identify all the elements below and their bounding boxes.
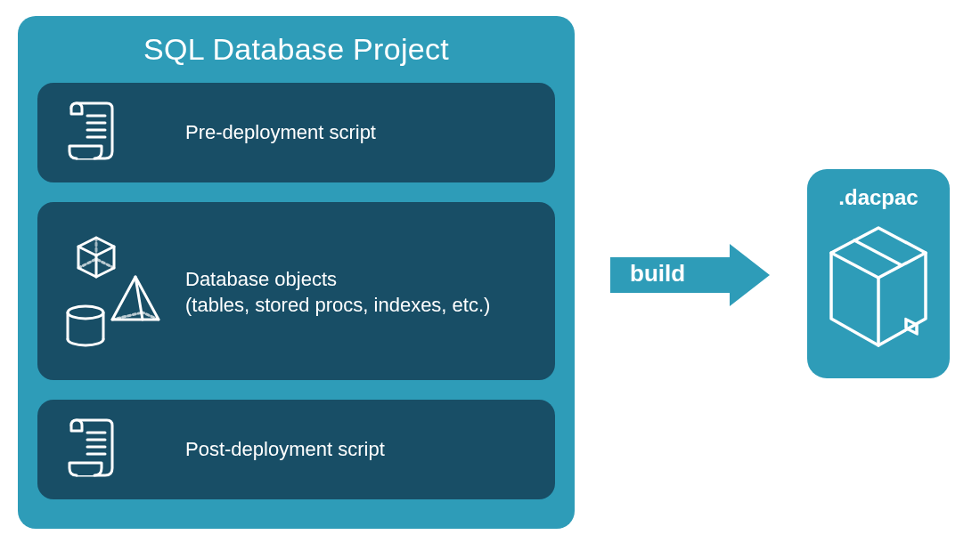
dbobjects-label: Database objects	[185, 265, 490, 294]
dbobjects-box: Database objects (tables, stored procs, …	[37, 202, 555, 380]
predeploy-box: Pre-deployment script	[37, 83, 555, 182]
arrow-head-icon	[730, 244, 770, 306]
scroll-icon	[61, 418, 185, 481]
project-title: SQL Database Project	[37, 32, 555, 67]
dbobjects-text: Database objects (tables, stored procs, …	[185, 265, 490, 317]
scroll-icon	[61, 101, 185, 164]
package-icon	[821, 221, 936, 354]
project-panel: SQL Database Project Pre-deployment scri…	[18, 16, 575, 529]
output-label: .dacpac	[838, 185, 918, 210]
build-arrow: build	[610, 244, 771, 306]
svg-point-13	[68, 306, 103, 319]
predeploy-label: Pre-deployment script	[185, 118, 376, 147]
postdeploy-label: Post-deployment script	[185, 435, 385, 464]
svg-line-20	[854, 240, 902, 265]
postdeploy-box: Post-deployment script	[37, 400, 555, 499]
output-panel: .dacpac	[807, 169, 950, 378]
svg-line-7	[96, 259, 114, 268]
dbobjects-sub: (tables, stored procs, indexes, etc.)	[185, 294, 490, 317]
svg-line-6	[78, 259, 96, 268]
build-label: build	[630, 260, 685, 288]
shapes-icon	[61, 229, 185, 353]
